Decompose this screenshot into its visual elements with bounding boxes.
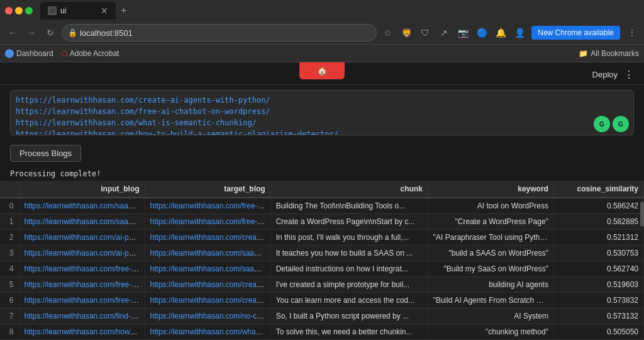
status-text: Processing complete!	[0, 167, 644, 181]
extension-icon2[interactable]: 🛡	[418, 26, 432, 40]
cell-target-blog: https://learnwithhasan.com/no-code-...	[145, 309, 270, 324]
cell-input-blog-link[interactable]: https://learnwithhasan.com/saas-on-...	[25, 201, 145, 210]
cell-input-blog-link[interactable]: https://learnwithhasan.com/ai-paraph...	[25, 233, 145, 242]
table-row: 2https://learnwithhasan.com/ai-paraph...…	[0, 230, 644, 246]
extension-icon1[interactable]: 🦁	[399, 26, 413, 40]
extension-icon6[interactable]: 🔔	[494, 26, 508, 40]
table-body: 0https://learnwithhasan.com/saas-on-...h…	[0, 198, 644, 340]
home-red-button[interactable]: 🏠	[299, 62, 345, 79]
cell-input-blog: https://learnwithhasan.com/free-ai-ch...	[19, 277, 145, 293]
new-chrome-button[interactable]: New Chrome available	[531, 26, 620, 40]
app-content: 🏠 Deploy ⋮ https://learnwithhasan.com/cr…	[0, 62, 644, 340]
cell-target-blog-link[interactable]: https://learnwithhasan.com/what-is-s...	[150, 327, 271, 336]
cell-cosine: 0.573132	[553, 309, 643, 324]
col-target-blog: target_blog	[145, 181, 270, 198]
star-icon[interactable]: ☆	[380, 26, 394, 40]
window-minimize-icon[interactable]	[15, 7, 23, 14]
new-tab-button[interactable]: +	[118, 5, 129, 16]
cell-keyword: AI System	[428, 309, 553, 324]
cell-keyword: "build a SAAS on WordPress"	[428, 246, 553, 261]
profile-icon[interactable]: 👤	[513, 26, 526, 40]
cell-cosine: 0.573832	[553, 293, 643, 309]
cell-target-blog: https://learnwithhasan.com/create-ai-...	[145, 277, 270, 293]
cell-cosine: 0.586242	[553, 198, 643, 214]
table-row: 4https://learnwithhasan.com/free-ai-ch..…	[0, 261, 644, 277]
cell-cosine: 0.562740	[553, 261, 643, 277]
lock-icon: 🔒	[68, 28, 77, 37]
cell-index: 0	[0, 198, 19, 214]
cell-input-blog-link[interactable]: https://learnwithhasan.com/free-ai-ch...	[25, 296, 145, 305]
cell-input-blog-link[interactable]: https://learnwithhasan.com/ai-paraph...	[25, 249, 145, 258]
bookmark-dashboard[interactable]: Dashboard	[5, 49, 53, 58]
cell-target-blog: https://learnwithhasan.com/create-ai-...	[145, 230, 270, 246]
tab-close-icon[interactable]: ✕	[101, 6, 108, 16]
cell-target-blog-link[interactable]: https://learnwithhasan.com/create-ai-...	[150, 233, 271, 242]
cell-index: 8	[0, 324, 19, 340]
data-table-wrap[interactable]: input_blog target_blog chunk keyword cos…	[0, 181, 644, 340]
cell-cosine: 0.505050	[553, 324, 643, 340]
reload-button[interactable]: ↻	[43, 25, 58, 40]
cell-index: 5	[0, 277, 19, 293]
address-input[interactable]: localhost:8501	[62, 24, 377, 42]
cell-target-blog-link[interactable]: https://learnwithhasan.com/create-ai-...	[150, 296, 271, 305]
cell-chunk: In this post, I'll walk you through a fu…	[270, 230, 428, 246]
bookmarks-icon: 📁	[579, 49, 588, 58]
forward-button[interactable]: →	[24, 25, 39, 40]
deploy-button[interactable]: Deploy	[592, 70, 618, 79]
tab-bar: ⬛ ui ✕ +	[0, 0, 644, 21]
cell-target-blog-link[interactable]: https://learnwithhasan.com/saas-on-...	[150, 264, 271, 273]
cell-input-blog: https://learnwithhasan.com/saas-on-...	[19, 198, 145, 214]
cell-input-blog-link[interactable]: https://learnwithhasan.com/free-ai-ch...	[25, 280, 145, 289]
table-row: 3https://learnwithhasan.com/ai-paraph...…	[0, 246, 644, 261]
cell-input-blog-link[interactable]: https://learnwithhasan.com/how-to-b...	[25, 327, 145, 336]
more-options-button[interactable]: ⋮	[624, 69, 634, 81]
col-chunk: chunk	[270, 181, 428, 198]
col-index	[0, 181, 19, 198]
url-textarea-wrap: https://learnwithhasan.com/create-ai-age…	[0, 85, 644, 142]
tab-title: ui	[60, 6, 97, 15]
url-textarea[interactable]: https://learnwithhasan.com/create-ai-age…	[10, 90, 634, 135]
bookmark-adobe[interactable]: ⬡ Adobe Acrobat	[61, 49, 119, 58]
extension-icon4[interactable]: 📷	[456, 26, 470, 40]
cell-target-blog-link[interactable]: https://learnwithhasan.com/free-ai-ch...	[150, 201, 271, 210]
cell-target-blog-link[interactable]: https://learnwithhasan.com/saas-on-...	[150, 249, 271, 258]
table-row: 5https://learnwithhasan.com/free-ai-ch..…	[0, 277, 644, 293]
cell-target-blog: https://learnwithhasan.com/saas-on-...	[145, 261, 270, 277]
extension-icon3[interactable]: ↗	[437, 26, 451, 40]
table-row: 7https://learnwithhasan.com/find-simil..…	[0, 309, 644, 324]
ai-icon-1[interactable]: G	[594, 116, 610, 132]
cell-target-blog: https://learnwithhasan.com/free-ai-ch...	[145, 214, 270, 230]
cell-target-blog: https://learnwithhasan.com/saas-on-...	[145, 246, 270, 261]
cell-input-blog-link[interactable]: https://learnwithhasan.com/free-ai-ch...	[25, 264, 145, 273]
cell-target-blog-link[interactable]: https://learnwithhasan.com/create-ai-...	[150, 280, 271, 289]
dashboard-icon	[5, 49, 14, 58]
back-button[interactable]: ←	[5, 25, 20, 40]
scrollbar[interactable]	[640, 201, 644, 227]
cell-cosine: 0.521312	[553, 230, 643, 246]
cell-chunk: Create a WordPress Page\n\nStart by c...	[270, 214, 428, 230]
cell-target-blog-link[interactable]: https://learnwithhasan.com/free-ai-ch...	[150, 217, 271, 226]
cell-input-blog: https://learnwithhasan.com/ai-paraph...	[19, 230, 145, 246]
cell-cosine: 0.582885	[553, 214, 643, 230]
cell-keyword: AI tool on WordPress	[428, 198, 553, 214]
cell-index: 3	[0, 246, 19, 261]
cell-input-blog: https://learnwithhasan.com/how-to-b...	[19, 324, 145, 340]
cell-index: 6	[0, 293, 19, 309]
cell-input-blog: https://learnwithhasan.com/ai-paraph...	[19, 246, 145, 261]
cell-target-blog-link[interactable]: https://learnwithhasan.com/no-code-...	[150, 312, 271, 320]
menu-icon[interactable]: ⋮	[625, 26, 639, 40]
cell-chunk: So, I built a Python script powered by .…	[270, 309, 428, 324]
cell-keyword: "AI Paraphraser Tool using Python"	[428, 230, 553, 246]
cell-index: 7	[0, 309, 19, 324]
active-tab[interactable]: ⬛ ui ✕	[40, 2, 116, 20]
process-blogs-button[interactable]: Process Blogs	[10, 145, 81, 162]
extension-icon5[interactable]: 🔵	[475, 26, 489, 40]
window-close-icon[interactable]	[5, 7, 13, 14]
cell-chunk: You can learn more and access the cod...	[270, 293, 428, 309]
cell-keyword: building AI agents	[428, 277, 553, 293]
window-maximize-icon[interactable]	[25, 7, 33, 14]
cell-input-blog-link[interactable]: https://learnwithhasan.com/saas-on-...	[25, 217, 145, 226]
cell-input-blog-link[interactable]: https://learnwithhasan.com/find-simil...	[25, 312, 145, 320]
ai-icon-2[interactable]: G	[613, 116, 629, 132]
all-bookmarks[interactable]: 📁 All Bookmarks	[579, 49, 639, 58]
